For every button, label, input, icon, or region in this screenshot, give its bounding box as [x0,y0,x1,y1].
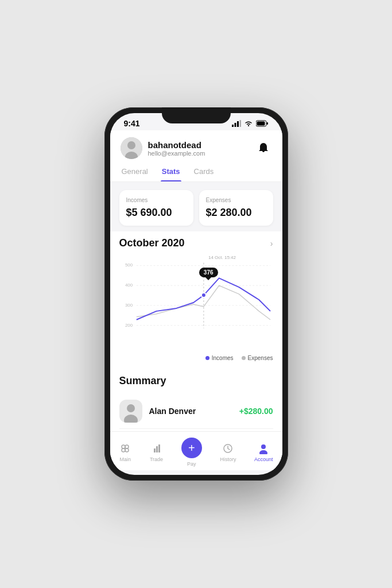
tab-cards[interactable]: Cards [193,164,215,181]
notch [162,107,231,123]
incomes-label: Incomes [126,197,187,203]
pay-button[interactable]: + [181,438,202,458]
svg-rect-7 [266,122,268,125]
tabs: General Stats Cards [110,164,282,182]
history-icon [222,442,234,455]
summary-title: Summary [119,375,273,387]
bell-icon[interactable] [255,140,272,157]
svg-text:200: 200 [125,323,133,328]
svg-rect-6 [257,122,265,126]
nav-history[interactable]: History [220,442,236,462]
nav-history-label: History [220,457,236,462]
nav-trade[interactable]: Trade [150,442,163,462]
legend-expenses: Expenses [242,355,273,361]
phone-screen: 9:41 [110,113,282,475]
expenses-label: Expenses [206,197,266,203]
main-icon [119,442,131,455]
incomes-dot [205,356,209,360]
legend-incomes: Incomes [205,355,234,361]
svg-text:400: 400 [125,283,133,288]
svg-text:500: 500 [125,262,133,268]
user-details: bahanotdead hello@example.com [148,140,205,157]
nav-pay-label: Pay [187,461,196,467]
expenses-card: Expenses $2 280.00 [199,190,273,226]
svg-point-9 [127,141,135,149]
nav-main[interactable]: Main [119,442,131,462]
screen-content: bahanotdead hello@example.com General St… [110,130,282,470]
svg-point-32 [261,444,266,449]
header: bahanotdead hello@example.com [110,130,282,164]
wifi-icon [244,120,253,127]
chart-svg: 500 400 300 200 [119,254,273,349]
svg-point-25 [125,445,129,448]
chart-date-label: 14 Oct. 15:42 [208,255,236,260]
svg-point-26 [122,448,125,452]
bottom-nav: Main Trade + Pay [110,431,282,470]
transaction-item[interactable]: Alan Denver +$280.00 [119,394,273,429]
chart-container: 14 Oct. 15:42 376 500 400 300 200 [119,254,273,351]
nav-main-label: Main [120,457,131,462]
svg-text:300: 300 [125,303,133,308]
svg-point-33 [259,450,267,454]
svg-point-24 [122,445,125,448]
svg-rect-0 [232,125,234,127]
svg-rect-2 [237,121,239,127]
chart-tooltip: 376 [199,268,218,277]
legend-expenses-label: Expenses [248,355,273,361]
chart-title: October 2020 [119,237,185,249]
svg-point-27 [125,448,129,452]
status-time: 9:41 [124,119,140,128]
tab-stats[interactable]: Stats [161,164,181,181]
incomes-value: $5 690.00 [126,207,187,219]
chart-header: October 2020 › [119,237,273,249]
status-icons [232,120,269,127]
svg-rect-29 [156,446,158,452]
summary-cards: Incomes $5 690.00 Expenses $2 280.00 [110,182,282,231]
svg-rect-3 [239,120,241,127]
svg-point-4 [248,125,249,126]
user-info: bahanotdead hello@example.com [121,137,205,159]
legend-incomes-label: Incomes [212,355,234,361]
svg-rect-28 [154,448,156,452]
chart-legend: Incomes Expenses [110,351,282,367]
nav-pay[interactable]: + Pay [181,438,202,467]
alan-denver-avatar [119,400,142,423]
svg-rect-30 [158,444,160,452]
svg-rect-1 [234,123,236,127]
nav-account[interactable]: Account [254,442,273,462]
alan-denver-name: Alan Denver [149,407,232,416]
incomes-card: Incomes $5 690.00 [119,190,193,226]
phone-frame: 9:41 [104,107,288,481]
tab-general[interactable]: General [121,164,149,181]
chart-section: October 2020 › 14 Oct. 15:42 376 500 400… [110,231,282,351]
avatar [121,137,142,159]
svg-point-20 [201,293,205,297]
expenses-value: $2 280.00 [206,207,266,219]
svg-point-22 [127,404,135,412]
nav-trade-label: Trade [150,457,163,462]
signal-icon [232,120,241,127]
alan-denver-amount: +$280.00 [239,407,273,416]
user-name: bahanotdead [148,140,205,150]
expenses-dot [242,356,246,360]
account-icon [257,442,270,455]
nav-account-label: Account [254,457,273,462]
chart-arrow-icon[interactable]: › [270,239,273,248]
user-email: hello@example.com [148,150,205,157]
battery-icon [256,120,269,127]
trade-icon [150,442,163,455]
